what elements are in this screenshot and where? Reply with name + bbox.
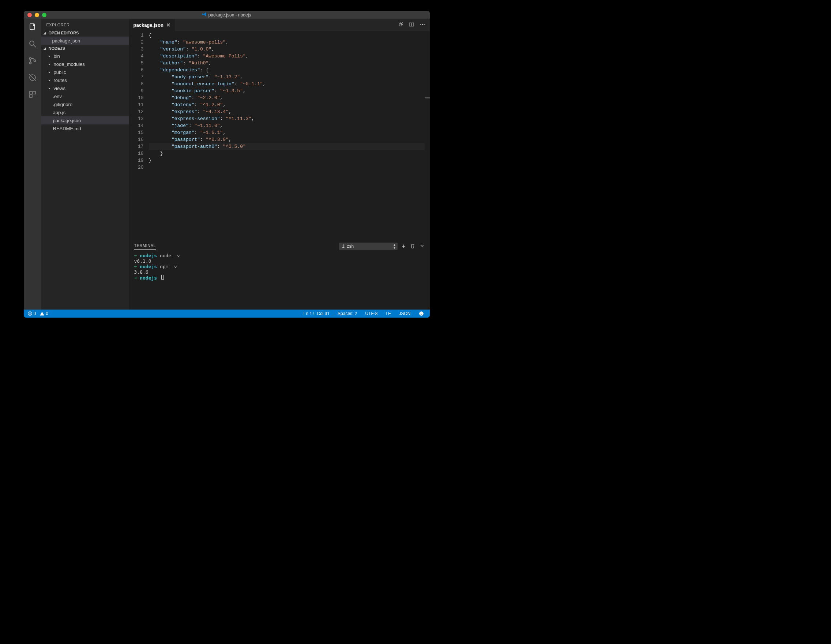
line-number-gutter: 1234567891011121314151617181920 — [129, 31, 149, 240]
titlebar: package.json - nodejs — [24, 11, 430, 19]
ruler-mark — [425, 97, 430, 99]
source-control-activity-icon[interactable] — [27, 56, 38, 66]
svg-point-15 — [420, 24, 421, 24]
hide-panel-icon[interactable] — [420, 243, 425, 249]
tree-item-README-md[interactable]: README.md — [41, 124, 129, 132]
tree-item-label: app.js — [53, 110, 66, 115]
svg-point-3 — [29, 58, 31, 60]
svg-rect-0 — [30, 24, 34, 30]
tab-actions — [398, 19, 430, 31]
terminal-body[interactable]: ➜ nodejs node -vv6.1.0➜ nodejs npm -v3.8… — [129, 252, 430, 309]
tree-item-label: views — [54, 86, 66, 91]
svg-line-2 — [33, 45, 36, 47]
svg-line-7 — [29, 74, 36, 81]
window-title: package.json - nodejs — [24, 12, 430, 18]
terminal-select-wrap: 1: zsh ▴▾ — [339, 242, 398, 250]
tree-item-label: .gitignore — [53, 102, 72, 107]
terminal-select[interactable]: 1: zsh — [339, 242, 398, 250]
tree-item-label: README.md — [53, 126, 81, 131]
caret-down-icon: ◢ — [43, 46, 47, 50]
editor-area: package.json ✕ 12345678910 — [129, 19, 430, 309]
svg-rect-8 — [30, 91, 32, 94]
split-editor-icon[interactable] — [409, 22, 414, 29]
tree-item-bin[interactable]: ▸bin — [41, 52, 129, 60]
editor-tabs: package.json ✕ — [129, 19, 430, 31]
editor-cursor — [246, 144, 246, 149]
debug-activity-icon[interactable] — [27, 72, 38, 83]
tree-item--env[interactable]: .env — [41, 92, 129, 100]
status-language[interactable]: JSON — [396, 311, 412, 316]
svg-rect-9 — [33, 91, 35, 94]
window-title-text: package.json - nodejs — [209, 13, 251, 18]
tree-item-routes[interactable]: ▸routes — [41, 76, 129, 84]
traffic-lights — [24, 13, 46, 17]
panel-header: TERMINAL 1: zsh ▴▾ + — [129, 241, 430, 252]
file-tree: ▸bin▸node_modules▸public▸routes▸views.en… — [41, 52, 129, 132]
tab-package-json[interactable]: package.json ✕ — [129, 19, 175, 31]
overview-ruler[interactable] — [425, 31, 430, 240]
code-editor[interactable]: 1234567891011121314151617181920 { "name"… — [129, 31, 430, 240]
open-editors-list: package.json — [41, 37, 129, 45]
tree-item-label: bin — [54, 53, 60, 59]
close-tab-icon[interactable]: ✕ — [166, 22, 170, 28]
tree-item-public[interactable]: ▸public — [41, 68, 129, 76]
caret-right-icon: ▸ — [49, 70, 52, 74]
open-editors-header[interactable]: ◢ OPEN EDITORS — [41, 29, 129, 37]
more-actions-icon[interactable] — [420, 22, 425, 29]
open-editor-item[interactable]: package.json — [41, 37, 129, 45]
search-activity-icon[interactable] — [27, 39, 38, 49]
svg-point-17 — [423, 24, 424, 24]
app-window: package.json - nodejs EXPLORER ◢ — [24, 11, 430, 317]
vscode-icon — [202, 12, 207, 18]
activity-bar — [24, 19, 41, 309]
status-cursor-position[interactable]: Ln 17, Col 31 — [301, 311, 332, 316]
tree-item-app-js[interactable]: app.js — [41, 108, 129, 116]
tree-item-label: package.json — [53, 118, 81, 123]
svg-point-1 — [30, 41, 34, 45]
tree-item-label: public — [54, 70, 66, 75]
extensions-activity-icon[interactable] — [27, 89, 38, 99]
caret-right-icon: ▸ — [49, 62, 52, 66]
tabs-spacer — [175, 19, 398, 31]
status-encoding[interactable]: UTF-8 — [363, 311, 380, 316]
tree-item-label: .env — [53, 94, 62, 99]
explorer-sidebar: EXPLORER ◢ OPEN EDITORS package.json ◢ N… — [41, 19, 129, 309]
tree-item--gitignore[interactable]: .gitignore — [41, 100, 129, 108]
kill-terminal-icon[interactable] — [410, 243, 415, 249]
svg-rect-10 — [30, 95, 32, 97]
explorer-title: EXPLORER — [41, 19, 129, 29]
project-label: NODEJS — [49, 46, 65, 51]
tree-item-label: routes — [54, 78, 67, 83]
project-header[interactable]: ◢ NODEJS — [41, 45, 129, 52]
tree-item-label: node_modules — [54, 62, 85, 67]
svg-point-23 — [421, 313, 422, 314]
code-content[interactable]: { "name": "awesome-polls", "version": "1… — [149, 31, 425, 240]
tree-item-package-json[interactable]: package.json — [41, 116, 129, 124]
status-eol[interactable]: LF — [383, 311, 393, 316]
maximize-window-button[interactable] — [42, 13, 46, 17]
tree-item-views[interactable]: ▸views — [41, 84, 129, 92]
terminal-tab[interactable]: TERMINAL — [134, 243, 156, 250]
status-indent[interactable]: Spaces: 2 — [335, 311, 359, 316]
terminal-panel: TERMINAL 1: zsh ▴▾ + — [129, 240, 430, 309]
svg-point-16 — [422, 24, 422, 24]
caret-down-icon: ◢ — [43, 31, 47, 35]
new-terminal-icon[interactable]: + — [402, 243, 405, 250]
explorer-activity-icon[interactable] — [27, 22, 38, 32]
svg-point-5 — [33, 60, 35, 62]
minimize-window-button[interactable] — [35, 13, 39, 17]
main-area: EXPLORER ◢ OPEN EDITORS package.json ◢ N… — [24, 19, 430, 309]
status-bar: 0 0 Ln 17, Col 31 Spaces: 2 UTF-8 LF JSO… — [24, 309, 430, 317]
open-editors-label: OPEN EDITORS — [49, 31, 79, 35]
tree-item-node_modules[interactable]: ▸node_modules — [41, 60, 129, 68]
caret-right-icon: ▸ — [49, 54, 52, 58]
caret-right-icon: ▸ — [49, 78, 52, 82]
compare-changes-icon[interactable] — [398, 22, 403, 29]
tab-label: package.json — [134, 22, 164, 28]
status-warnings[interactable]: 0 — [40, 311, 48, 316]
svg-point-4 — [29, 62, 31, 64]
close-window-button[interactable] — [27, 13, 32, 17]
status-errors[interactable]: 0 — [27, 311, 36, 316]
caret-right-icon: ▸ — [49, 86, 52, 90]
status-feedback-icon[interactable] — [417, 311, 426, 316]
